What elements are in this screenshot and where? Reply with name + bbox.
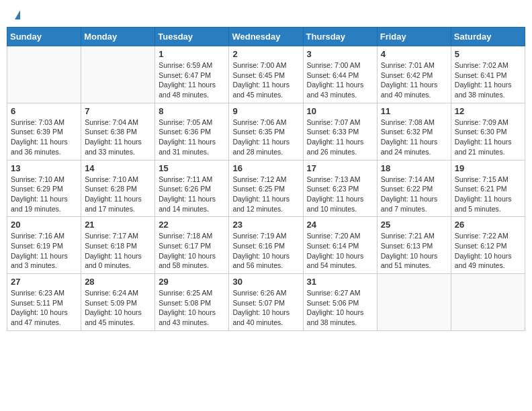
day-number: 4 — [381, 49, 447, 59]
day-info: Sunrise: 7:10 AM Sunset: 6:28 PM Dayligh… — [85, 175, 151, 214]
calendar-cell: 13Sunrise: 7:10 AM Sunset: 6:29 PM Dayli… — [7, 160, 81, 217]
day-info: Sunrise: 7:11 AM Sunset: 6:26 PM Dayligh… — [159, 175, 225, 214]
calendar-cell: 22Sunrise: 7:18 AM Sunset: 6:17 PM Dayli… — [155, 217, 229, 274]
calendar-cell: 19Sunrise: 7:15 AM Sunset: 6:21 PM Dayli… — [451, 160, 525, 217]
day-number: 8 — [159, 106, 225, 116]
day-number: 15 — [159, 163, 225, 173]
day-number: 6 — [11, 106, 77, 116]
day-number: 3 — [307, 49, 373, 59]
calendar-cell: 15Sunrise: 7:11 AM Sunset: 6:26 PM Dayli… — [155, 160, 229, 217]
day-info: Sunrise: 6:23 AM Sunset: 5:11 PM Dayligh… — [11, 288, 77, 328]
day-info: Sunrise: 6:26 AM Sunset: 5:07 PM Dayligh… — [232, 288, 299, 328]
day-number: 29 — [159, 277, 225, 287]
day-info: Sunrise: 7:08 AM Sunset: 6:32 PM Dayligh… — [381, 118, 447, 157]
day-info: Sunrise: 7:05 AM Sunset: 6:36 PM Dayligh… — [159, 118, 225, 157]
day-number: 1 — [159, 49, 225, 59]
day-header-sunday: Sunday — [7, 28, 81, 46]
day-info: Sunrise: 7:09 AM Sunset: 6:30 PM Dayligh… — [455, 118, 521, 157]
day-info: Sunrise: 7:15 AM Sunset: 6:21 PM Dayligh… — [455, 175, 521, 214]
day-number: 28 — [85, 277, 151, 287]
day-info: Sunrise: 7:13 AM Sunset: 6:23 PM Dayligh… — [307, 175, 373, 214]
day-header-saturday: Saturday — [451, 28, 525, 46]
calendar-cell: 2Sunrise: 7:00 AM Sunset: 6:45 PM Daylig… — [229, 46, 303, 103]
day-info: Sunrise: 6:27 AM Sunset: 5:06 PM Dayligh… — [307, 288, 373, 328]
calendar-cell: 28Sunrise: 6:24 AM Sunset: 5:09 PM Dayli… — [81, 274, 155, 331]
day-info: Sunrise: 7:01 AM Sunset: 6:42 PM Dayligh… — [381, 60, 447, 100]
day-info: Sunrise: 7:07 AM Sunset: 6:33 PM Dayligh… — [307, 118, 373, 157]
day-number: 27 — [11, 277, 77, 287]
day-number: 26 — [455, 220, 521, 230]
day-info: Sunrise: 7:16 AM Sunset: 6:19 PM Dayligh… — [11, 231, 77, 271]
logo-triangle-icon — [15, 10, 20, 19]
day-number: 17 — [307, 163, 373, 173]
day-info: Sunrise: 7:17 AM Sunset: 6:18 PM Dayligh… — [85, 231, 151, 271]
day-info: Sunrise: 7:00 AM Sunset: 6:44 PM Dayligh… — [307, 60, 373, 100]
day-number: 23 — [232, 220, 299, 230]
day-number: 20 — [11, 220, 77, 230]
day-header-wednesday: Wednesday — [229, 28, 303, 46]
day-info: Sunrise: 7:18 AM Sunset: 6:17 PM Dayligh… — [159, 231, 225, 271]
calendar-cell: 16Sunrise: 7:12 AM Sunset: 6:25 PM Dayli… — [229, 160, 303, 217]
day-info: Sunrise: 7:00 AM Sunset: 6:45 PM Dayligh… — [232, 60, 299, 100]
calendar-cell: 1Sunrise: 6:59 AM Sunset: 6:47 PM Daylig… — [155, 46, 229, 103]
day-info: Sunrise: 7:03 AM Sunset: 6:39 PM Dayligh… — [11, 118, 77, 157]
day-info: Sunrise: 7:22 AM Sunset: 6:12 PM Dayligh… — [455, 231, 521, 271]
day-info: Sunrise: 7:12 AM Sunset: 6:25 PM Dayligh… — [232, 175, 299, 214]
day-number: 30 — [232, 277, 299, 287]
calendar-cell: 25Sunrise: 7:21 AM Sunset: 6:13 PM Dayli… — [377, 217, 451, 274]
calendar-cell: 4Sunrise: 7:01 AM Sunset: 6:42 PM Daylig… — [377, 46, 451, 103]
day-number: 31 — [307, 277, 373, 287]
day-info: Sunrise: 7:14 AM Sunset: 6:22 PM Dayligh… — [381, 175, 447, 214]
day-number: 18 — [381, 163, 447, 173]
day-number: 16 — [232, 163, 299, 173]
calendar-cell: 5Sunrise: 7:02 AM Sunset: 6:41 PM Daylig… — [451, 46, 525, 103]
day-number: 12 — [455, 106, 521, 116]
calendar-cell: 12Sunrise: 7:09 AM Sunset: 6:30 PM Dayli… — [451, 103, 525, 160]
day-info: Sunrise: 7:20 AM Sunset: 6:14 PM Dayligh… — [307, 231, 373, 271]
calendar-cell: 24Sunrise: 7:20 AM Sunset: 6:14 PM Dayli… — [303, 217, 377, 274]
calendar-cell: 9Sunrise: 7:06 AM Sunset: 6:35 PM Daylig… — [229, 103, 303, 160]
day-header-friday: Friday — [377, 28, 451, 46]
day-info: Sunrise: 7:21 AM Sunset: 6:13 PM Dayligh… — [381, 231, 447, 271]
calendar-cell: 7Sunrise: 7:04 AM Sunset: 6:38 PM Daylig… — [81, 103, 155, 160]
day-header-thursday: Thursday — [303, 28, 377, 46]
day-info: Sunrise: 6:24 AM Sunset: 5:09 PM Dayligh… — [85, 288, 151, 328]
day-number: 10 — [307, 106, 373, 116]
day-number: 24 — [307, 220, 373, 230]
calendar-cell: 11Sunrise: 7:08 AM Sunset: 6:32 PM Dayli… — [377, 103, 451, 160]
day-number: 5 — [455, 49, 521, 59]
calendar-cell: 8Sunrise: 7:05 AM Sunset: 6:36 PM Daylig… — [155, 103, 229, 160]
day-number: 9 — [232, 106, 299, 116]
calendar-cell: 20Sunrise: 7:16 AM Sunset: 6:19 PM Dayli… — [7, 217, 81, 274]
day-info: Sunrise: 7:10 AM Sunset: 6:29 PM Dayligh… — [11, 175, 77, 214]
calendar-cell: 21Sunrise: 7:17 AM Sunset: 6:18 PM Dayli… — [81, 217, 155, 274]
calendar-table: SundayMondayTuesdayWednesdayThursdayFrid… — [7, 27, 525, 331]
day-number: 7 — [85, 106, 151, 116]
day-info: Sunrise: 7:02 AM Sunset: 6:41 PM Dayligh… — [455, 60, 521, 100]
calendar-cell: 14Sunrise: 7:10 AM Sunset: 6:28 PM Dayli… — [81, 160, 155, 217]
calendar-cell: 17Sunrise: 7:13 AM Sunset: 6:23 PM Dayli… — [303, 160, 377, 217]
day-number: 25 — [381, 220, 447, 230]
day-info: Sunrise: 7:04 AM Sunset: 6:38 PM Dayligh… — [85, 118, 151, 157]
day-number: 19 — [455, 163, 521, 173]
day-number: 2 — [232, 49, 299, 59]
day-number: 11 — [381, 106, 447, 116]
day-header-monday: Monday — [81, 28, 155, 46]
calendar-cell: 6Sunrise: 7:03 AM Sunset: 6:39 PM Daylig… — [7, 103, 81, 160]
day-number: 21 — [85, 220, 151, 230]
calendar-cell: 3Sunrise: 7:00 AM Sunset: 6:44 PM Daylig… — [303, 46, 377, 103]
calendar-cell: 18Sunrise: 7:14 AM Sunset: 6:22 PM Dayli… — [377, 160, 451, 217]
calendar-cell: 26Sunrise: 7:22 AM Sunset: 6:12 PM Dayli… — [451, 217, 525, 274]
logo — [13, 10, 20, 17]
calendar-cell — [7, 46, 81, 103]
day-header-tuesday: Tuesday — [155, 28, 229, 46]
day-info: Sunrise: 7:19 AM Sunset: 6:16 PM Dayligh… — [232, 231, 299, 271]
calendar-cell — [377, 274, 451, 331]
calendar-cell: 29Sunrise: 6:25 AM Sunset: 5:08 PM Dayli… — [155, 274, 229, 331]
calendar-cell — [81, 46, 155, 103]
calendar-cell: 30Sunrise: 6:26 AM Sunset: 5:07 PM Dayli… — [229, 274, 303, 331]
calendar-cell — [451, 274, 525, 331]
day-number: 14 — [85, 163, 151, 173]
day-number: 22 — [159, 220, 225, 230]
calendar-cell: 10Sunrise: 7:07 AM Sunset: 6:33 PM Dayli… — [303, 103, 377, 160]
